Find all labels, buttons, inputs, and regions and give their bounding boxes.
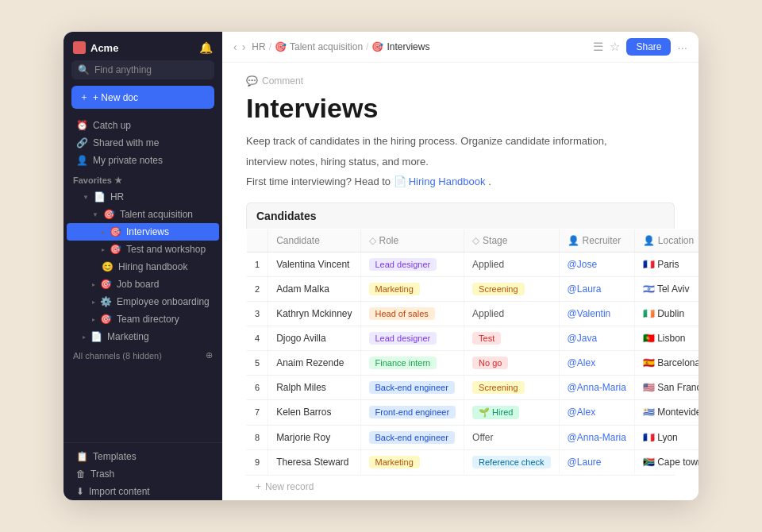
breadcrumb-talent[interactable]: Talent acquisition	[290, 41, 363, 52]
target-icon: 🎯	[100, 314, 112, 325]
search-placeholder: Find anything	[94, 64, 152, 75]
breadcrumb-hr[interactable]: HR	[252, 41, 265, 52]
sidebar-item-label: Catch up	[93, 120, 131, 131]
sidebar-item-label: My private notes	[93, 155, 163, 166]
sidebar-item-label: Job board	[117, 279, 159, 290]
bell-icon[interactable]: 🔔	[199, 41, 213, 54]
sidebar-item-templates[interactable]: 📋 Templates	[67, 448, 219, 465]
table-row: 5 Anaim Rezende Finance intern No go @Al…	[247, 350, 699, 375]
settings-icon: ⚙️	[100, 296, 112, 307]
col-recruiter[interactable]: 👤Recruiter	[559, 229, 634, 252]
candidate-name: Adam Malka	[268, 276, 360, 301]
sidebar-item-employee-onboarding[interactable]: ▸ ⚙️ Employee onboarding	[67, 293, 219, 310]
sidebar-item-hr[interactable]: ▼ 📄 HR	[67, 188, 219, 206]
table-row: 4 Djogo Avilla Lead designer Test @Java …	[247, 326, 699, 350]
app-name: Acme	[73, 41, 118, 54]
channels-section[interactable]: All channels (8 hidden) ⊕	[64, 345, 222, 365]
sidebar-item-trash[interactable]: 🗑 Trash	[67, 465, 219, 483]
separator: /	[366, 41, 368, 52]
candidates-title: Candidates	[246, 202, 675, 229]
comment-label[interactable]: 💬 Comment	[246, 75, 675, 87]
candidates-table: Candidate ◇Role ◇Stage 👤Recruiter 👤Locat…	[246, 229, 698, 475]
sidebar-item-label: Marketing	[107, 331, 149, 342]
add-channel-icon[interactable]: ⊕	[206, 350, 213, 360]
forward-icon[interactable]: ›	[242, 40, 246, 53]
add-row-button[interactable]: + New record	[246, 475, 675, 498]
content-area: 💬 Comment Interviews Keep track of candi…	[222, 63, 698, 500]
row-num: 2	[247, 276, 268, 301]
col-candidate[interactable]: Candidate	[268, 229, 360, 252]
sidebar-item-label: Templates	[93, 451, 137, 462]
candidate-role: Marketing	[360, 276, 464, 301]
hiring-link-text: Hiring Handbook	[409, 174, 486, 190]
row-num: 7	[247, 399, 268, 425]
sidebar-item-catch-up[interactable]: ⏰ Catch up	[67, 117, 219, 134]
sidebar-item-label: Team directory	[117, 314, 179, 325]
breadcrumb: HR / 🎯 Talent acquisition / 🎯 Interviews	[252, 41, 429, 52]
template-icon: 📋	[76, 451, 88, 462]
top-bar: ‹ › HR / 🎯 Talent acquisition / 🎯 Interv…	[222, 32, 698, 63]
sidebar-item-label: Hiring handbook	[118, 261, 187, 272]
candidate-recruiter: @Alex	[559, 350, 634, 375]
search-bar[interactable]: 🔍 Find anything	[71, 60, 214, 79]
new-doc-label: + New doc	[93, 92, 138, 103]
comment-text: Comment	[262, 75, 303, 87]
candidate-location: 🇺🇾 Montevideo	[634, 399, 698, 425]
emoji-icon: 😊	[102, 261, 114, 272]
hiring-prefix: First time interviewing? Head to	[246, 175, 391, 187]
plus-icon: ＋	[79, 91, 89, 104]
candidate-recruiter: @Anna-Maria	[559, 375, 634, 399]
sidebar-item-import[interactable]: ⬇ Import content	[67, 483, 219, 500]
hiring-handbook-link[interactable]: 📄 Hiring Handbook	[394, 174, 486, 190]
sidebar-item-team-directory[interactable]: ▸ 🎯 Team directory	[67, 310, 219, 328]
share-button[interactable]: Share	[626, 38, 671, 56]
candidate-recruiter: @Valentin	[559, 301, 634, 326]
candidate-stage: Screening	[464, 375, 560, 399]
candidate-role: Finance intern	[360, 350, 464, 375]
sidebar-item-talent[interactable]: ▼ 🎯 Talent acquisition	[67, 206, 219, 223]
sidebar-item-label: Interviews	[126, 226, 169, 237]
more-icon[interactable]: ···	[677, 40, 687, 54]
sidebar-item-label: HR	[110, 191, 124, 202]
sidebar-item-job-board[interactable]: ▸ 🎯 Job board	[67, 276, 219, 293]
candidate-location: 🇺🇸 San Francisco	[634, 375, 698, 399]
back-icon[interactable]: ‹	[233, 40, 237, 53]
menu-icon[interactable]: ☰	[593, 40, 603, 54]
col-location[interactable]: 👤Location	[634, 229, 698, 252]
col-role[interactable]: ◇Role	[360, 229, 464, 252]
chevron-icon: ▸	[92, 281, 95, 288]
sidebar-item-interviews[interactable]: ▸ 🎯 Interviews	[67, 223, 219, 241]
candidate-name: Djogo Avilla	[268, 326, 360, 350]
candidate-location: 🇮🇪 Dublin	[634, 301, 698, 326]
candidate-stage: Applied	[464, 252, 560, 276]
sidebar-item-marketing[interactable]: ▸ 📄 Marketing	[67, 328, 219, 345]
candidate-location: 🇵🇹 Lisbon	[634, 326, 698, 350]
candidate-name: Anaim Rezende	[268, 350, 360, 375]
sidebar-bottom: 📋 Templates 🗑 Trash ⬇ Import content	[64, 442, 222, 500]
top-bar-actions: ☰ ☆ Share ···	[593, 38, 687, 56]
sidebar-item-hiring-handbook[interactable]: 😊 Hiring handbook	[67, 258, 219, 276]
candidate-stage: Screening	[464, 276, 560, 301]
chevron-down-icon: ▼	[92, 211, 98, 218]
nav-arrows[interactable]: ‹ ›	[233, 40, 245, 53]
candidate-recruiter: @Jose	[559, 252, 634, 276]
star-icon[interactable]: ☆	[610, 40, 620, 54]
row-num: 8	[247, 425, 268, 449]
new-doc-button[interactable]: ＋ + New doc	[71, 86, 214, 109]
app-name-label: Acme	[90, 42, 118, 54]
sidebar-item-test-workshop[interactable]: ▸ 🎯 Test and workshop	[67, 241, 219, 258]
chevron-icon: ▸	[83, 333, 86, 341]
search-icon: 🔍	[78, 64, 90, 75]
candidate-stage: Test	[464, 326, 560, 350]
import-icon: ⬇	[76, 486, 84, 497]
period: .	[488, 175, 491, 187]
col-stage[interactable]: ◇Stage	[464, 229, 560, 252]
table-row: 9 Theresa Steward Marketing Reference ch…	[247, 449, 699, 474]
user-icon: 👤	[76, 155, 88, 166]
sidebar-item-private[interactable]: 👤 My private notes	[67, 152, 219, 169]
breadcrumb-interviews: Interviews	[387, 41, 429, 52]
candidate-recruiter: @Laure	[559, 449, 634, 474]
target-icon: 🎯	[110, 226, 121, 237]
comment-icon: 💬	[246, 75, 258, 87]
sidebar-item-shared[interactable]: 🔗 Shared with me	[67, 134, 219, 152]
